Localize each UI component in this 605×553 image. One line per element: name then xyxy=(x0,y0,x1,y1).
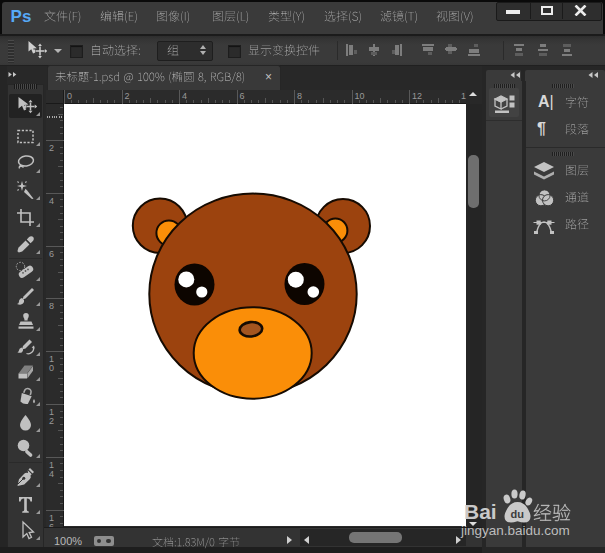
svg-text:du: du xyxy=(511,508,524,520)
